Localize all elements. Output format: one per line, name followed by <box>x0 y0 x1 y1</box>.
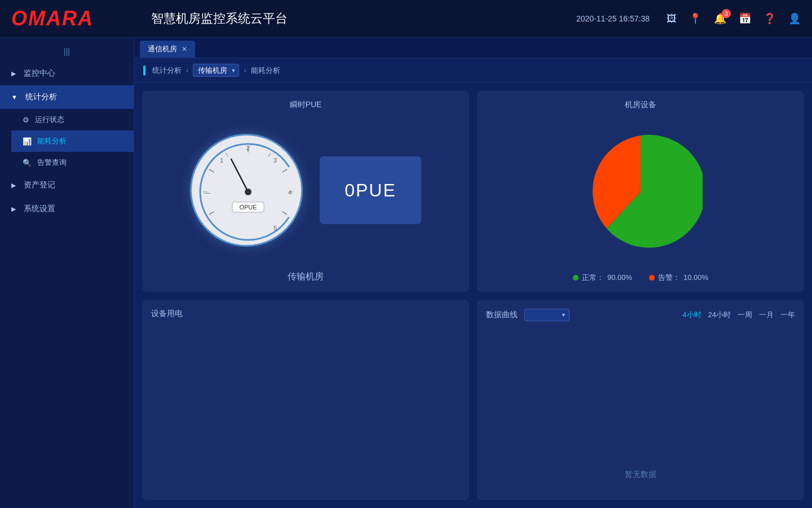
sidebar-item-label: 监控中心 <box>24 68 55 78</box>
svg-line-3 <box>209 169 214 172</box>
sidebar-item-label: 资产登记 <box>24 180 55 190</box>
gear-icon: ⚙ <box>23 116 29 124</box>
svg-text:—: — <box>205 189 211 196</box>
header-icons: 🖼 📍 🔔 3 📅 ❓ 👤 <box>667 12 801 25</box>
legend-alert-dot <box>649 275 655 281</box>
svg-text:3: 3 <box>273 157 277 164</box>
legend-alert-value: 10.00% <box>683 273 708 282</box>
sidebar-item-monitor[interactable]: ▶ 监控中心 <box>0 62 134 85</box>
page-title: 智慧机房监控系统云平台 <box>145 10 576 27</box>
logo: OMARA <box>11 7 145 30</box>
svg-line-4 <box>226 153 228 157</box>
sidebar-item-label: 统计分析 <box>25 92 57 102</box>
pie-legend: 正常： 90.00% 告警： 10.00% <box>573 273 708 283</box>
electricity-card: 设备用电 <box>142 300 469 501</box>
user-icon[interactable]: 👤 <box>788 12 801 25</box>
pue-gauge: 1 — 2 3 4 5 OPUE <box>190 134 303 247</box>
arrow-icon: ▶ <box>11 205 16 213</box>
svg-line-6 <box>268 153 271 157</box>
electricity-card-title: 设备用电 <box>151 309 460 319</box>
arrow-icon: ▶ <box>11 182 16 189</box>
tab-label: 通信机房 <box>148 44 177 54</box>
svg-point-17 <box>245 189 251 195</box>
image-icon[interactable]: 🖼 <box>667 13 677 25</box>
datacurve-card-title: 数据曲线 <box>486 310 518 320</box>
filter-24h[interactable]: 24小时 <box>708 310 731 320</box>
breadcrumb-room-select[interactable]: 传输机房 核心机房 数据机房 <box>193 64 239 77</box>
filter-year[interactable]: 一年 <box>780 310 795 320</box>
equipment-pie-chart <box>579 130 703 254</box>
sidebar-item-label: 系统设置 <box>24 204 55 214</box>
breadcrumb-energy: 能耗分析 <box>251 65 280 76</box>
svg-line-1 <box>209 212 214 214</box>
pie-wrap <box>579 116 703 268</box>
curve-select-wrap <box>524 309 570 321</box>
tab-close-button[interactable]: ✕ <box>182 45 187 53</box>
breadcrumb-bar <box>143 65 145 76</box>
header: OMARA 智慧机房监控系统云平台 2020-11-25 16:57:38 🖼 … <box>0 0 812 38</box>
arrow-icon: ▼ <box>11 94 17 100</box>
sidebar: ||| ▶ 监控中心 ▼ 统计分析 ⚙ 运行状态 📊 能耗分析 🔍 告警查询 ▶ <box>0 38 134 508</box>
svg-text:5: 5 <box>273 225 277 231</box>
filter-week[interactable]: 一周 <box>738 310 752 320</box>
layout: ||| ▶ 监控中心 ▼ 统计分析 ⚙ 运行状态 📊 能耗分析 🔍 告警查询 ▶ <box>0 38 812 508</box>
sidebar-sub-label: 告警查询 <box>37 157 67 168</box>
legend-alert: 告警： 10.00% <box>649 273 708 283</box>
tab-communication[interactable]: 通信机房 ✕ <box>140 41 195 58</box>
main-content: 通信机房 ✕ 统计分析 › 传输机房 核心机房 数据机房 › 能耗分析 瞬 <box>134 38 812 508</box>
tabs-bar: 通信机房 ✕ <box>134 38 812 58</box>
legend-normal-label: 正常： <box>582 273 604 283</box>
equipment-card: 机房设备 正常： 90.00% <box>477 91 804 292</box>
pue-card: 瞬时PUE <box>142 91 469 292</box>
datetime: 2020-11-25 16:57:38 <box>576 14 650 23</box>
legend-normal-value: 90.00% <box>607 273 632 282</box>
pue-inner: 1 — 2 3 4 5 OPUE <box>151 116 460 265</box>
content-grid: 瞬时PUE <box>134 83 812 508</box>
legend-normal-dot <box>573 275 579 281</box>
sidebar-item-statistics[interactable]: ▼ 统计分析 <box>0 85 134 109</box>
help-icon[interactable]: ❓ <box>764 12 776 25</box>
breadcrumb: 统计分析 › 传输机房 核心机房 数据机房 › 能耗分析 <box>134 58 812 83</box>
filter-month[interactable]: 一月 <box>759 310 774 320</box>
time-filter: 4小时 24小时 一周 一月 一年 <box>682 310 795 320</box>
sidebar-sub-label: 运行状态 <box>35 115 64 125</box>
alert-badge: 3 <box>722 9 731 18</box>
room-label: 传输机房 <box>288 271 324 283</box>
logo-text: OMARA <box>11 7 94 30</box>
location-icon[interactable]: 📍 <box>689 12 701 25</box>
sidebar-collapse[interactable]: ||| <box>0 43 134 62</box>
filter-4h[interactable]: 4小时 <box>682 310 701 320</box>
calendar-icon[interactable]: 📅 <box>739 12 751 25</box>
pue-value-box: 0PUE <box>320 156 421 224</box>
equipment-card-title: 机房设备 <box>625 100 656 110</box>
breadcrumb-statistics: 统计分析 <box>152 65 182 76</box>
legend-alert-label: 告警： <box>658 273 680 283</box>
datacurve-card: 数据曲线 4小时 24小时 一周 一月 一年 <box>477 300 804 501</box>
svg-text:1: 1 <box>220 157 223 164</box>
search-icon: 🔍 <box>23 159 32 167</box>
datacurve-header: 数据曲线 4小时 24小时 一周 一月 一年 <box>486 309 795 321</box>
alert-icon[interactable]: 🔔 3 <box>714 12 726 25</box>
sidebar-item-assets[interactable]: ▶ 资产登记 <box>0 173 134 197</box>
svg-line-7 <box>283 169 288 172</box>
sidebar-sub-label: 能耗分析 <box>37 136 67 146</box>
no-data-text: 暂无数据 <box>486 327 795 492</box>
sidebar-item-operation[interactable]: ⚙ 运行状态 <box>11 109 134 130</box>
svg-text:2: 2 <box>246 144 250 151</box>
svg-text:4: 4 <box>288 189 292 196</box>
sidebar-item-energy[interactable]: 📊 能耗分析 <box>11 130 134 152</box>
electricity-content <box>151 325 460 492</box>
gauge-ticks-svg: 1 — 2 3 4 5 OPUE <box>192 135 304 248</box>
gauge-circle: 1 — 2 3 4 5 OPUE <box>190 134 303 247</box>
svg-line-9 <box>283 212 288 214</box>
sidebar-item-settings[interactable]: ▶ 系统设置 <box>0 197 134 221</box>
svg-line-16 <box>231 159 248 192</box>
sidebar-item-alert[interactable]: 🔍 告警查询 <box>11 152 134 173</box>
curve-select[interactable] <box>524 309 570 321</box>
breadcrumb-sep-1: › <box>186 66 188 75</box>
breadcrumb-sep-2: › <box>244 66 246 75</box>
chart-icon: 📊 <box>23 137 32 146</box>
arrow-icon: ▶ <box>11 70 16 77</box>
legend-normal: 正常： 90.00% <box>573 273 632 283</box>
pue-card-title: 瞬时PUE <box>290 100 322 110</box>
